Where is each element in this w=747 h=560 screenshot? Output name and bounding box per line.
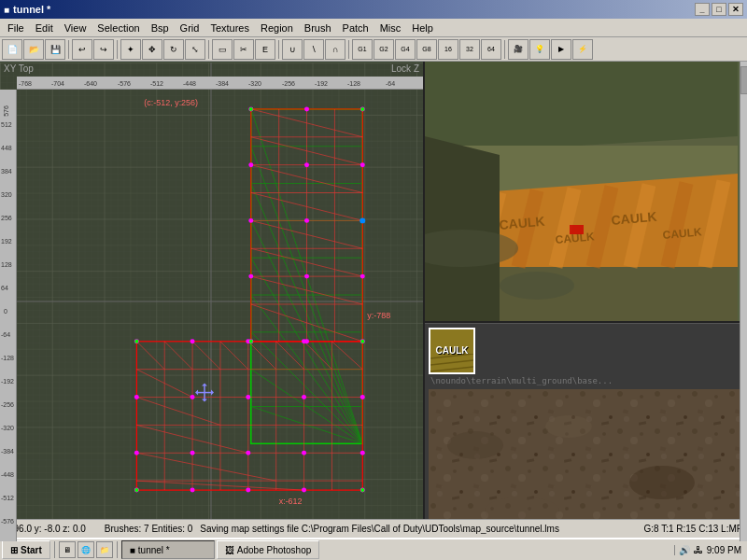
titlebar-controls: _ □ ✕	[695, 3, 743, 16]
tb-scale[interactable]: ⤡	[185, 39, 205, 60]
svg-point-89	[134, 451, 139, 455]
texture-panel: CAULK \noundo\terrain\multi_ground\ba	[425, 323, 747, 541]
menu-bsp[interactable]: Bsp	[146, 21, 175, 35]
caulk-pattern	[430, 354, 473, 372]
tb-camera[interactable]: 🎥	[508, 39, 529, 60]
svg-text:(c:-512, y:256): (c:-512, y:256)	[144, 98, 198, 107]
svg-point-87	[190, 395, 195, 399]
taskbar-show-desktop[interactable]: 🖥	[59, 541, 76, 558]
viewport-3d[interactable]: CAULK CAULK CAULK CAULK	[425, 62, 747, 323]
tb-rotate[interactable]: ↻	[163, 39, 184, 60]
svg-point-172	[500, 272, 574, 300]
taskbar-photoshop[interactable]: 🖼 Adobe Photoshop	[217, 540, 320, 559]
tb-csg-intersect[interactable]: ∩	[325, 39, 345, 60]
tb-div4	[278, 40, 279, 59]
tb-select[interactable]: ✦	[120, 39, 141, 60]
svg-point-74	[304, 162, 309, 167]
taskbar: ⊞ Start 🖥 🌐 📁 ■ tunnel * 🖼 Adobe Photosh…	[0, 538, 747, 560]
tb-open[interactable]: 📂	[23, 39, 44, 60]
svg-point-92	[302, 451, 306, 455]
svg-text:-256: -256	[282, 80, 295, 87]
menu-grid[interactable]: Grid	[175, 21, 205, 35]
tb-clip[interactable]: ✂	[233, 39, 254, 60]
start-button[interactable]: ⊞ Start	[2, 540, 50, 559]
right-panel: CAULK CAULK CAULK CAULK	[425, 62, 747, 541]
svg-point-94	[246, 395, 250, 399]
tb-move[interactable]: ✥	[142, 39, 162, 60]
svg-text:-192: -192	[315, 80, 328, 87]
tb-grid3[interactable]: G4	[395, 39, 416, 60]
svg-point-96	[302, 339, 306, 343]
menu-misc[interactable]: Misc	[374, 21, 407, 35]
taskbar-tunnel[interactable]: ■ tunnel *	[121, 540, 215, 559]
taskbar-explorer[interactable]: 📁	[96, 541, 113, 558]
toolbar: 📄 📂 💾 ↩ ↪ ✦ ✥ ↻ ⤡ ▭ ✂ E ∪ ∖ ∩ G1 G2 G4 G…	[0, 37, 747, 62]
tb-console[interactable]: ▶	[551, 39, 571, 60]
minimize-button[interactable]: _	[695, 3, 710, 16]
taskbar-ie[interactable]: 🌐	[78, 541, 94, 558]
tb-div1	[68, 40, 69, 59]
svg-text:192: 192	[1, 238, 12, 245]
svg-text:-576: -576	[118, 80, 131, 87]
taskbar-photoshop-label: Adobe Photoshop	[237, 545, 312, 555]
taskbar-separator-2	[117, 541, 118, 558]
tb-grid6[interactable]: 32	[459, 39, 480, 60]
window-icon: ■	[4, 5, 9, 15]
svg-point-91	[246, 451, 250, 455]
svg-point-75	[360, 162, 365, 167]
menu-file[interactable]: File	[2, 21, 30, 35]
tb-grid5[interactable]: 16	[438, 39, 458, 60]
menu-patch[interactable]: Patch	[337, 21, 374, 35]
texture-item-caulk[interactable]: CAULK	[429, 328, 475, 374]
ground-texture-area[interactable]	[429, 389, 743, 539]
viewport-2d-label: XY Top	[4, 63, 34, 74]
svg-point-100	[302, 488, 306, 493]
ground-texture-svg	[429, 389, 743, 539]
ruler-horizontal: -768 -704 -640 -576 -512 -448 -384 -320 …	[17, 77, 423, 90]
svg-text:384: 384	[1, 168, 12, 175]
tb-grid2[interactable]: G2	[374, 39, 394, 60]
menu-region[interactable]: Region	[255, 21, 299, 35]
tb-csg-diff[interactable]: ∖	[303, 39, 324, 60]
right-scrollbar[interactable]	[740, 62, 747, 541]
tb-div6	[504, 40, 505, 59]
svg-text:-192: -192	[1, 378, 14, 385]
tb-grid4[interactable]: G8	[416, 39, 437, 60]
tb-div5	[348, 40, 349, 59]
maximize-button[interactable]: □	[712, 3, 726, 16]
tb-undo[interactable]: ↩	[72, 39, 92, 60]
lock-z-label: Lock Z	[391, 63, 419, 74]
tb-grid7[interactable]: 64	[481, 39, 501, 60]
tb-redo[interactable]: ↪	[93, 39, 114, 60]
svg-text:448: 448	[1, 145, 12, 151]
svg-text:x:-612: x:-612	[279, 497, 303, 506]
close-button[interactable]: ✕	[728, 3, 743, 16]
tb-run[interactable]: ⚡	[572, 39, 593, 60]
svg-text:-448: -448	[183, 80, 196, 87]
tb-grid1[interactable]: G1	[352, 39, 373, 60]
tb-entity[interactable]: E	[255, 39, 275, 60]
svg-point-109	[134, 340, 138, 343]
svg-text:-640: -640	[84, 80, 97, 87]
svg-text:-64: -64	[386, 80, 395, 87]
main-area: XY Top Lock Z	[0, 62, 747, 541]
menu-brush[interactable]: Brush	[299, 21, 337, 35]
svg-point-76	[248, 218, 253, 223]
menu-selection[interactable]: Selection	[92, 21, 145, 35]
tb-csg-union[interactable]: ∪	[282, 39, 303, 60]
tb-save[interactable]: 💾	[45, 39, 65, 60]
menu-view[interactable]: View	[59, 21, 92, 35]
svg-point-187	[629, 466, 695, 499]
tb-brush[interactable]: ▭	[212, 39, 233, 60]
tb-new[interactable]: 📄	[2, 39, 22, 60]
svg-text:256: 256	[1, 215, 12, 221]
svg-text:64: 64	[1, 285, 8, 291]
svg-point-88	[134, 395, 139, 399]
menu-textures[interactable]: Textures	[204, 21, 255, 35]
menu-help[interactable]: Help	[406, 21, 439, 35]
viewport-2d[interactable]: XY Top Lock Z	[0, 62, 425, 541]
tb-light[interactable]: 💡	[529, 39, 550, 60]
svg-text:-448: -448	[1, 471, 14, 478]
svg-point-101	[246, 488, 250, 493]
menu-edit[interactable]: Edit	[30, 21, 59, 35]
